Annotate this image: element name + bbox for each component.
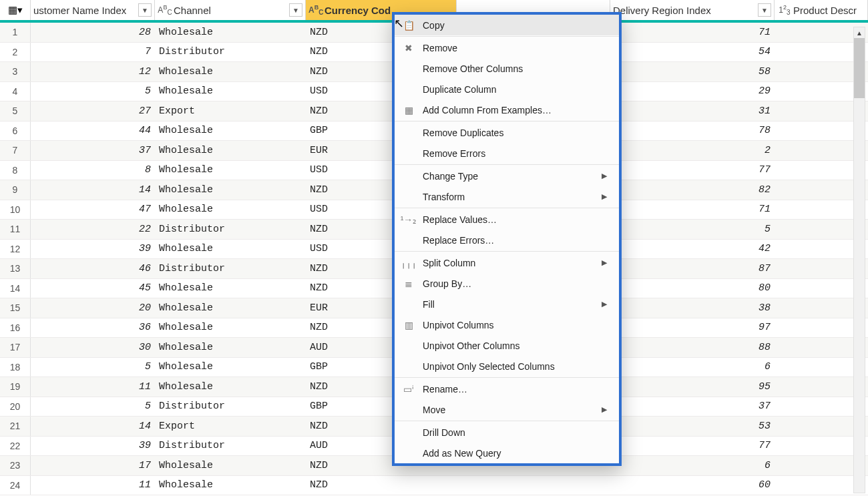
cell-customer-index[interactable]: 37 — [31, 141, 155, 160]
cell-region[interactable]: 6 — [610, 456, 775, 475]
cell-customer-index[interactable]: 5 — [31, 82, 155, 101]
col-header-product-descr[interactable]: 123 Product Descr — [775, 0, 868, 20]
cell-channel[interactable]: Wholesale — [155, 23, 306, 42]
cell-channel[interactable]: Wholesale — [155, 318, 306, 338]
cell-customer-index[interactable]: 46 — [31, 259, 155, 278]
cell-channel[interactable]: Export — [155, 417, 306, 436]
cell-region[interactable]: 58 — [610, 62, 775, 81]
cell-region[interactable]: 71 — [610, 23, 775, 42]
menu-item-unpivot-only-selected-columns[interactable]: Unpivot Only Selected Columns — [395, 356, 619, 377]
cell-currency[interactable]: GBP — [306, 397, 391, 417]
cell-region[interactable]: 87 — [610, 259, 775, 278]
cell-region[interactable]: 88 — [610, 338, 775, 357]
cell-hidden[interactable] — [391, 476, 610, 495]
cell-channel[interactable]: Distributor — [155, 259, 306, 278]
filter-dropdown-icon[interactable]: ▼ — [758, 3, 771, 17]
cell-channel[interactable]: Distributor — [155, 437, 306, 456]
cell-customer-index[interactable]: 5 — [31, 397, 155, 417]
col-header-channel[interactable]: ABC Channel ▼ — [155, 0, 306, 20]
cell-currency[interactable]: USD — [306, 240, 391, 259]
menu-item-remove-duplicates[interactable]: Remove Duplicates — [395, 122, 619, 143]
cell-currency[interactable]: EUR — [306, 141, 391, 160]
menu-item-drill-down[interactable]: Drill Down — [395, 422, 619, 443]
menu-item-duplicate-column[interactable]: Duplicate Column — [395, 79, 619, 99]
cell-currency[interactable]: AUD — [306, 338, 391, 357]
filter-dropdown-icon[interactable]: ▼ — [289, 3, 302, 17]
cell-currency[interactable]: NZD — [306, 279, 391, 298]
cell-channel[interactable]: Wholesale — [155, 121, 306, 141]
cell-customer-index[interactable]: 27 — [31, 101, 155, 121]
cell-region[interactable]: 60 — [610, 476, 775, 495]
menu-item-add-as-new-query[interactable]: Add as New Query — [395, 443, 619, 463]
menu-item-add-column-from-examples[interactable]: ▦Add Column From Examples… — [395, 99, 619, 120]
cell-currency[interactable]: NZD — [306, 417, 391, 436]
cell-region[interactable]: 38 — [610, 298, 775, 318]
cell-region[interactable]: 42 — [610, 240, 775, 259]
cell-channel[interactable]: Wholesale — [155, 377, 306, 397]
menu-item-group-by[interactable]: ≣Group By… — [395, 273, 619, 294]
cell-region[interactable]: 95 — [610, 377, 775, 397]
cell-region[interactable]: 54 — [610, 43, 775, 62]
col-header-delivery-region[interactable]: Delivery Region Index ▼ — [610, 0, 775, 20]
cell-customer-index[interactable]: 28 — [31, 23, 155, 42]
menu-item-unpivot-other-columns[interactable]: Unpivot Other Columns — [395, 335, 619, 356]
cell-region[interactable]: 6 — [610, 358, 775, 377]
cell-channel[interactable]: Wholesale — [155, 141, 306, 160]
cell-customer-index[interactable]: 44 — [31, 121, 155, 141]
vertical-scrollbar[interactable]: ▲ — [853, 27, 865, 493]
cell-currency[interactable]: NZD — [306, 476, 391, 495]
menu-item-change-type[interactable]: Change Type▶ — [395, 166, 619, 186]
cell-customer-index[interactable]: 47 — [31, 200, 155, 220]
cell-currency[interactable]: NZD — [306, 220, 391, 239]
cell-region[interactable]: 80 — [610, 279, 775, 298]
cell-region[interactable]: 37 — [610, 397, 775, 417]
cell-currency[interactable]: NZD — [306, 456, 391, 475]
cell-channel[interactable]: Wholesale — [155, 298, 306, 318]
menu-item-copy[interactable]: 📋Copy — [395, 15, 619, 35]
cell-currency[interactable]: EUR — [306, 298, 391, 318]
cell-customer-index[interactable]: 7 — [31, 43, 155, 62]
cell-currency[interactable]: USD — [306, 200, 391, 220]
cell-customer-index[interactable]: 20 — [31, 298, 155, 318]
cell-customer-index[interactable]: 14 — [31, 417, 155, 436]
menu-item-replace-errors[interactable]: Replace Errors… — [395, 230, 619, 250]
cell-channel[interactable]: Distributor — [155, 43, 306, 62]
cell-channel[interactable]: Wholesale — [155, 200, 306, 220]
table-icon[interactable]: ▦▾ — [0, 0, 31, 20]
cell-customer-index[interactable]: 12 — [31, 62, 155, 81]
menu-item-unpivot-columns[interactable]: ▥Unpivot Columns — [395, 314, 619, 335]
cell-region[interactable]: 77 — [610, 437, 775, 456]
cell-customer-index[interactable]: 8 — [31, 161, 155, 180]
cell-channel[interactable]: Wholesale — [155, 180, 306, 200]
cell-channel[interactable]: Wholesale — [155, 338, 306, 357]
cell-channel[interactable]: Wholesale — [155, 82, 306, 101]
cell-region[interactable]: 78 — [610, 121, 775, 141]
cell-channel[interactable]: Wholesale — [155, 240, 306, 259]
cell-customer-index[interactable]: 11 — [31, 476, 155, 495]
menu-item-fill[interactable]: Fill▶ — [395, 294, 619, 314]
menu-item-move[interactable]: Move▶ — [395, 399, 619, 420]
cell-channel[interactable]: Wholesale — [155, 161, 306, 180]
cell-currency[interactable]: NZD — [306, 259, 391, 278]
cell-channel[interactable]: Wholesale — [155, 279, 306, 298]
cell-channel[interactable]: Wholesale — [155, 476, 306, 495]
cell-region[interactable]: 71 — [610, 200, 775, 220]
cell-currency[interactable]: NZD — [306, 23, 391, 42]
cell-channel[interactable]: Wholesale — [155, 456, 306, 475]
cell-currency[interactable]: AUD — [306, 437, 391, 456]
cell-customer-index[interactable]: 14 — [31, 180, 155, 200]
menu-item-split-column[interactable]: ╷╷╷Split Column▶ — [395, 252, 619, 273]
cell-customer-index[interactable]: 17 — [31, 456, 155, 475]
cell-customer-index[interactable]: 45 — [31, 279, 155, 298]
scroll-up-icon[interactable]: ▲ — [854, 27, 865, 38]
cell-region[interactable]: 29 — [610, 82, 775, 101]
cell-customer-index[interactable]: 11 — [31, 377, 155, 397]
menu-item-transform[interactable]: Transform▶ — [395, 186, 619, 207]
cell-channel[interactable]: Export — [155, 101, 306, 121]
cell-currency[interactable]: NZD — [306, 318, 391, 338]
cell-channel[interactable]: Distributor — [155, 397, 306, 417]
cell-customer-index[interactable]: 30 — [31, 338, 155, 357]
cell-channel[interactable]: Distributor — [155, 220, 306, 239]
cell-channel[interactable]: Wholesale — [155, 358, 306, 377]
cell-region[interactable]: 31 — [610, 101, 775, 121]
